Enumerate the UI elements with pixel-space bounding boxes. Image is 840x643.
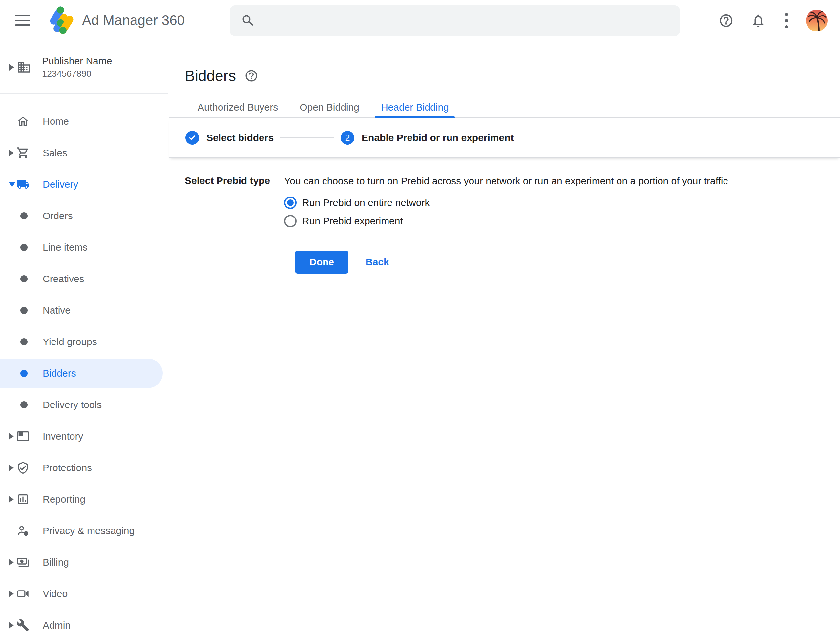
step-check-icon xyxy=(185,131,199,145)
publisher-name: Publisher Name xyxy=(42,55,112,67)
sidebar-item-native[interactable]: Native xyxy=(0,295,168,326)
chevron-right-icon xyxy=(9,64,14,70)
sidebar-item-label: Protections xyxy=(42,462,92,473)
person-shield-icon xyxy=(16,524,29,537)
form-actions: Done Back xyxy=(295,251,728,274)
publisher-switcher[interactable]: Publisher Name 1234567890 xyxy=(0,41,168,94)
sidebar-item-label: Billing xyxy=(42,557,69,568)
sidebar-item-privacy-messaging[interactable]: Privacy & messaging xyxy=(0,515,168,547)
sidebar-item-label: Inventory xyxy=(42,431,83,442)
page-header: Bidders xyxy=(169,41,840,83)
chevron-down-icon[interactable] xyxy=(9,182,15,187)
bullet-icon xyxy=(20,338,28,346)
step-2[interactable]: 2Enable Prebid or run experiment xyxy=(341,131,513,145)
sidebar-item-label: Bidders xyxy=(42,368,76,379)
form-content: You can choose to turn on Prebid across … xyxy=(284,175,728,274)
form-description: You can choose to turn on Prebid across … xyxy=(284,175,728,188)
video-camera-icon xyxy=(16,587,29,601)
account-avatar[interactable] xyxy=(806,10,827,31)
ad-manager-app: Ad Manager 360 xyxy=(0,0,840,643)
step-label: Enable Prebid or run experiment xyxy=(361,132,513,144)
sidebar-item-bidders[interactable]: Bidders xyxy=(0,357,168,389)
sidebar-item-reporting[interactable]: Reporting xyxy=(0,483,168,515)
palm-tree-photo xyxy=(806,10,827,31)
chevron-right-icon[interactable] xyxy=(9,496,14,503)
chevron-right-icon[interactable] xyxy=(9,150,14,156)
radio-selected-icon[interactable] xyxy=(284,196,297,209)
inventory-icon xyxy=(16,430,29,443)
tab-authorized-buyers[interactable]: Authorized Buyers xyxy=(187,97,289,118)
chevron-right-icon[interactable] xyxy=(9,622,14,628)
chevron-right-icon[interactable] xyxy=(9,465,14,471)
ad-manager-logo xyxy=(47,5,75,36)
sidebar-item-delivery[interactable]: Delivery xyxy=(0,169,168,200)
radio-option-label: Run Prebid experiment xyxy=(302,215,403,227)
sidebar-item-home[interactable]: Home xyxy=(0,106,168,137)
back-link[interactable]: Back xyxy=(366,256,389,268)
sidebar-item-label: Video xyxy=(42,588,68,599)
sidebar-item-inventory[interactable]: Inventory xyxy=(0,421,168,452)
bullet-icon xyxy=(20,275,28,282)
sidebar-item-label: Admin xyxy=(42,620,70,631)
sidebar-item-label: Orders xyxy=(42,210,73,222)
sidebar-item-label: Yield groups xyxy=(42,336,97,348)
home-icon xyxy=(16,115,29,128)
sidebar: Publisher Name 1234567890 HomeSalesDeliv… xyxy=(0,41,168,643)
sidebar-item-admin[interactable]: Admin xyxy=(0,610,168,641)
radio-option-run-prebid-on-entire-network[interactable]: Run Prebid on entire network xyxy=(284,194,728,212)
sidebar-item-label: Home xyxy=(42,116,69,127)
menu-icon[interactable] xyxy=(15,15,30,26)
search-icon xyxy=(241,13,255,28)
step-1[interactable]: Select bidders xyxy=(185,131,274,145)
publisher-id: 1234567890 xyxy=(42,69,112,79)
building-icon xyxy=(17,60,31,74)
radio-option-label: Run Prebid on entire network xyxy=(302,197,430,208)
bullet-icon xyxy=(20,370,28,377)
bullet-icon xyxy=(20,307,28,314)
sidebar-item-video[interactable]: Video xyxy=(0,578,168,610)
money-icon xyxy=(16,556,29,569)
help-icon[interactable] xyxy=(244,69,258,83)
sidebar-item-sales[interactable]: Sales xyxy=(0,137,168,169)
wrench-icon xyxy=(16,619,29,632)
sidebar-item-line-items[interactable]: Line items xyxy=(0,232,168,263)
bullet-icon xyxy=(20,244,28,251)
chevron-right-icon[interactable] xyxy=(9,591,14,597)
sidebar-item-label: Reporting xyxy=(42,494,85,505)
bar-chart-icon xyxy=(16,493,29,506)
chevron-right-icon[interactable] xyxy=(9,559,14,566)
top-app-bar: Ad Manager 360 xyxy=(0,0,840,41)
done-button[interactable]: Done xyxy=(295,251,348,274)
more-vert-icon[interactable] xyxy=(785,13,789,28)
step-label: Select bidders xyxy=(206,132,274,144)
sidebar-item-protections[interactable]: Protections xyxy=(0,452,168,483)
sidebar-item-billing[interactable]: Billing xyxy=(0,547,168,578)
main-content: Bidders Authorized BuyersOpen BiddingHea… xyxy=(169,41,840,643)
radio-unselected-icon[interactable] xyxy=(284,215,297,227)
app-title: Ad Manager 360 xyxy=(82,13,185,28)
sidebar-item-yield-groups[interactable]: Yield groups xyxy=(0,326,168,357)
step-number: 2 xyxy=(341,131,355,145)
tab-bar: Authorized BuyersOpen BiddingHeader Bidd… xyxy=(169,97,840,118)
sidebar-item-label: Delivery tools xyxy=(42,399,102,410)
tab-header-bidding[interactable]: Header Bidding xyxy=(370,97,460,118)
page-title: Bidders xyxy=(185,68,236,83)
sidebar-item-orders[interactable]: Orders xyxy=(0,200,168,232)
sidebar-item-label: Native xyxy=(42,305,70,316)
notifications-bell-icon[interactable] xyxy=(751,13,766,28)
sidebar-nav: HomeSalesDeliveryOrdersLine itemsCreativ… xyxy=(0,94,168,641)
form-label: Select Prebid type xyxy=(185,175,284,274)
publisher-info: Publisher Name 1234567890 xyxy=(42,55,112,79)
sidebar-item-label: Delivery xyxy=(42,179,78,190)
chevron-right-icon[interactable] xyxy=(9,433,14,440)
stepper: Select bidders2Enable Prebid or run expe… xyxy=(169,118,840,158)
truck-icon xyxy=(16,178,29,191)
topbar-actions xyxy=(701,0,827,41)
tab-open-bidding[interactable]: Open Bidding xyxy=(289,97,370,118)
radio-option-run-prebid-experiment[interactable]: Run Prebid experiment xyxy=(284,212,728,230)
sidebar-item-creatives[interactable]: Creatives xyxy=(0,263,168,295)
sidebar-item-delivery-tools[interactable]: Delivery tools xyxy=(0,389,168,421)
help-icon[interactable] xyxy=(719,13,734,28)
sidebar-item-label: Sales xyxy=(42,147,67,158)
search-input[interactable] xyxy=(255,5,680,36)
